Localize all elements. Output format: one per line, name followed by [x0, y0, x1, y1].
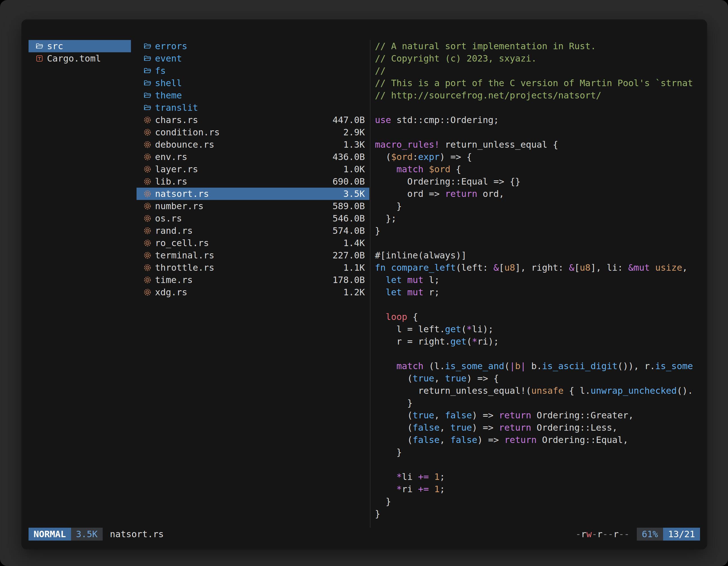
file-row-number.rs[interactable]: number.rs589.0B [137, 200, 369, 212]
file-row-rand.rs[interactable]: rand.rs574.0B [137, 225, 369, 237]
code-line [375, 347, 700, 360]
code-line: } [375, 508, 700, 520]
file-row-chars.rs[interactable]: chars.rs447.0B [137, 114, 369, 126]
file-row-terminal.rs[interactable]: terminal.rs227.0B [137, 249, 369, 262]
file-row-time.rs[interactable]: time.rs178.0B [137, 274, 369, 286]
file-name: natsort.rs [155, 189, 340, 199]
rust-file-icon [143, 276, 152, 284]
code-line [375, 298, 700, 311]
file-name: theme [155, 90, 361, 101]
code-line: *ri += 1; [375, 483, 700, 495]
file-size: 690.0B [332, 176, 365, 187]
file-name: rand.rs [155, 226, 329, 236]
file-name: translit [155, 102, 361, 113]
dir-row-event[interactable]: event [137, 52, 369, 65]
preview-pane[interactable]: // A natural sort implementation in Rust… [370, 40, 700, 528]
file-name: shell [155, 78, 361, 88]
file-name: number.rs [155, 201, 329, 212]
file-row-os.rs[interactable]: os.rs546.0B [137, 212, 369, 225]
code-preview: // A natural sort implementation in Rust… [375, 40, 700, 520]
file-name: debounce.rs [155, 139, 340, 150]
yazi-file-manager-window: srcCargo.toml errorseventfsshellthemetra… [22, 20, 707, 549]
code-line: // [375, 65, 700, 77]
code-line: (true, false) => return Ordering::Greate… [375, 409, 700, 421]
file-row-condition.rs[interactable]: condition.rs2.9K [137, 126, 369, 139]
dir-row-fs[interactable]: fs [137, 65, 369, 77]
file-size: 447.0B [332, 115, 365, 125]
dir-row-theme[interactable]: theme [137, 89, 369, 102]
file-name: src [47, 41, 126, 51]
dir-row-errors[interactable]: errors [137, 40, 369, 52]
rust-file-icon [143, 264, 152, 272]
file-name: env.rs [155, 152, 329, 162]
file-row-throttle.rs[interactable]: throttle.rs1.1K [137, 262, 369, 274]
code-line: // A natural sort implementation in Rust… [375, 40, 700, 52]
code-line: (true, true) => { [375, 372, 700, 384]
file-name: throttle.rs [155, 262, 340, 273]
file-row-layer.rs[interactable]: layer.rs1.0K [137, 163, 369, 175]
code-line: let mut r; [375, 286, 700, 298]
code-line: // This is a port of the C version of Ma… [375, 77, 700, 89]
file-name: os.rs [155, 213, 329, 224]
mode-indicator: NORMAL [29, 528, 71, 541]
current-pane[interactable]: errorseventfsshellthemetranslitchars.rs4… [137, 40, 369, 528]
file-row-xdg.rs[interactable]: xdg.rs1.2K [137, 286, 369, 298]
code-line: } [375, 495, 700, 508]
rust-file-icon [143, 288, 152, 296]
file-size: 2.9K [343, 127, 365, 138]
dir-row-src[interactable]: src [29, 40, 131, 52]
panes-area: srcCargo.toml errorseventfsshellthemetra… [22, 20, 707, 528]
code-line: let mut l; [375, 274, 700, 286]
code-line: return_unless_equal!(unsafe { l.unwrap_u… [375, 384, 700, 397]
code-line: l = left.get(*li); [375, 323, 700, 335]
code-line: use std::cmp::Ordering; [375, 114, 700, 126]
code-line: }; [375, 212, 700, 225]
folder-icon [143, 104, 152, 112]
status-bar: NORMAL 3.5K natsort.rs -rw-r--r-- 61% 13… [29, 528, 700, 541]
status-bar-right: -rw-r--r-- 61% 13/21 [576, 528, 700, 541]
code-line: match $ord { [375, 163, 700, 175]
file-size: 3.5K [343, 189, 365, 199]
file-name: errors [155, 41, 361, 51]
cursor-position-badge: 13/21 [663, 528, 700, 541]
file-row-ro_cell.rs[interactable]: ro_cell.rs1.4K [137, 237, 369, 249]
file-size: 436.0B [332, 152, 365, 162]
rust-file-icon [143, 140, 152, 149]
file-size: 1.1K [343, 262, 365, 273]
dir-row-translit[interactable]: translit [137, 102, 369, 114]
file-name: time.rs [155, 275, 329, 285]
rust-file-icon [143, 202, 152, 210]
parent-pane[interactable]: srcCargo.toml [29, 40, 131, 528]
folder-icon [143, 42, 152, 50]
file-name: lib.rs [155, 176, 329, 187]
file-size-badge: 3.5K [71, 528, 103, 541]
file-row-lib.rs[interactable]: lib.rs690.0B [137, 175, 369, 188]
file-size: 1.2K [343, 287, 365, 297]
file-name: fs [155, 65, 361, 76]
status-file-name: natsort.rs [110, 529, 164, 539]
rust-file-icon [143, 251, 152, 260]
file-name: Cargo.toml [47, 53, 126, 64]
toml-file-icon [35, 54, 44, 63]
dir-row-shell[interactable]: shell [137, 77, 369, 89]
rust-file-icon [143, 153, 152, 161]
file-row-Cargo.toml[interactable]: Cargo.toml [29, 52, 131, 65]
file-row-env.rs[interactable]: env.rs436.0B [137, 151, 369, 163]
code-line: } [375, 200, 700, 212]
file-size: 1.4K [343, 238, 365, 248]
desktop-background: srcCargo.toml errorseventfsshellthemetra… [0, 0, 728, 566]
file-name: ro_cell.rs [155, 238, 340, 248]
folder-icon [143, 67, 152, 75]
file-size: 546.0B [332, 213, 365, 224]
file-size: 1.0K [343, 164, 365, 175]
file-row-debounce.rs[interactable]: debounce.rs1.3K [137, 139, 369, 151]
file-name: event [155, 53, 361, 64]
code-line: Ordering::Equal => {} [375, 175, 700, 188]
file-row-natsort.rs[interactable]: natsort.rs3.5K [137, 188, 369, 200]
rust-file-icon [143, 177, 152, 186]
rust-file-icon [143, 190, 152, 198]
code-line: r = right.get(*ri); [375, 335, 700, 347]
code-line: #[inline(always)] [375, 249, 700, 262]
code-line: // Copyright (c) 2023, sxyazi. [375, 52, 700, 65]
code-line: loop { [375, 311, 700, 323]
